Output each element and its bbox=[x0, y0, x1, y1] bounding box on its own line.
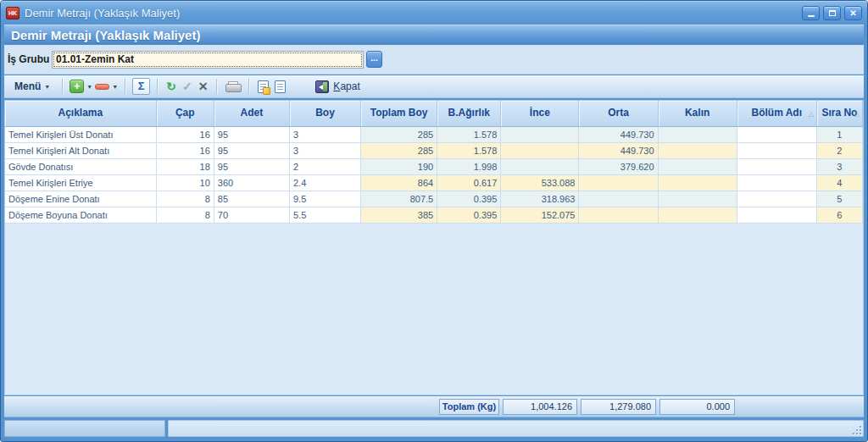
col-header-ince[interactable]: İnce bbox=[501, 101, 579, 126]
cell-boy[interactable]: 3 bbox=[289, 142, 360, 158]
close-form-button[interactable]: Kapat bbox=[310, 79, 364, 95]
cell-bolum-adi[interactable] bbox=[737, 207, 816, 223]
cell-b-agirlik[interactable]: 0.617 bbox=[437, 174, 501, 191]
cell-boy[interactable]: 9.5 bbox=[289, 191, 360, 207]
cell-cap[interactable]: 10 bbox=[156, 174, 214, 191]
cell-sira-no[interactable]: 5 bbox=[816, 191, 862, 207]
cell-bolum-adi[interactable] bbox=[737, 126, 816, 142]
col-header-bolum-adi[interactable]: Bölüm Adı△ bbox=[737, 101, 816, 126]
maximize-button[interactable] bbox=[823, 6, 841, 20]
cell-adet[interactable]: 70 bbox=[214, 207, 289, 223]
remove-dropdown-icon[interactable]: ▼ bbox=[112, 84, 118, 90]
cell-b-agirlik[interactable]: 1.578 bbox=[437, 142, 501, 158]
col-header-cap[interactable]: Çap bbox=[156, 101, 214, 126]
print-button[interactable] bbox=[225, 81, 240, 92]
cell-b-agirlik[interactable]: 1.578 bbox=[437, 126, 501, 142]
close-button[interactable]: ✕ bbox=[844, 6, 862, 20]
cell-desc[interactable]: Temel Kirişleri Etriye bbox=[5, 174, 156, 191]
cell-toplam-boy[interactable]: 285 bbox=[361, 126, 437, 142]
cell-ince[interactable] bbox=[501, 142, 579, 158]
cell-adet[interactable]: 95 bbox=[214, 158, 289, 174]
cell-toplam-boy[interactable]: 385 bbox=[361, 207, 437, 223]
col-header-label: Sıra No bbox=[821, 107, 857, 119]
cancel-button[interactable]: ✕ bbox=[197, 80, 210, 92]
col-header-b-agirlik[interactable]: B.Ağırlık bbox=[437, 101, 501, 126]
cell-adet[interactable]: 85 bbox=[214, 191, 289, 207]
col-header-toplam-boy[interactable]: Toplam Boy bbox=[361, 101, 437, 126]
add-row-button[interactable]: + bbox=[70, 80, 84, 93]
cell-desc[interactable]: Döşeme Enine Donatı bbox=[5, 191, 156, 207]
cell-toplam-boy[interactable]: 285 bbox=[361, 142, 437, 158]
cell-ince[interactable]: 152.075 bbox=[501, 207, 579, 223]
cell-bolum-adi[interactable] bbox=[737, 142, 816, 158]
cell-desc[interactable]: Gövde Donatısı bbox=[5, 158, 156, 174]
sum-button[interactable]: Σ bbox=[132, 78, 150, 95]
cell-cap[interactable]: 8 bbox=[156, 191, 214, 207]
close-form-label: Kapat bbox=[333, 80, 359, 92]
col-header-boy[interactable]: Boy bbox=[289, 101, 360, 126]
cell-sira-no[interactable]: 4 bbox=[816, 174, 862, 191]
col-header-adet[interactable]: Adet bbox=[214, 101, 289, 126]
cell-b-agirlik[interactable]: 0.395 bbox=[437, 191, 501, 207]
cell-kalin[interactable] bbox=[658, 174, 737, 191]
cell-sira-no[interactable]: 3 bbox=[816, 158, 862, 174]
cell-kalin[interactable] bbox=[658, 191, 737, 207]
minimize-button[interactable] bbox=[802, 6, 820, 20]
cell-orta[interactable] bbox=[579, 207, 658, 223]
cell-sira-no[interactable]: 2 bbox=[816, 142, 862, 158]
cell-bolum-adi[interactable] bbox=[737, 158, 816, 174]
cell-cap[interactable]: 8 bbox=[156, 207, 214, 223]
cell-adet[interactable]: 95 bbox=[214, 142, 289, 158]
cell-cap[interactable]: 16 bbox=[156, 142, 214, 158]
cell-cap[interactable]: 16 bbox=[156, 126, 214, 142]
cell-kalin[interactable] bbox=[658, 126, 737, 142]
cell-kalin[interactable] bbox=[658, 158, 737, 174]
cell-boy[interactable]: 3 bbox=[289, 126, 360, 142]
cell-ince[interactable] bbox=[501, 158, 579, 174]
menu-button[interactable]: Menü ▼ bbox=[9, 79, 55, 94]
refresh-button[interactable]: ↻ bbox=[164, 80, 178, 92]
cell-toplam-boy[interactable]: 864 bbox=[361, 174, 437, 191]
cell-sira-no[interactable]: 1 bbox=[816, 126, 862, 142]
cell-orta[interactable]: 449.730 bbox=[579, 142, 658, 158]
report-document-button[interactable] bbox=[275, 80, 286, 93]
cell-boy[interactable]: 2 bbox=[289, 158, 360, 174]
cell-bolum-adi[interactable] bbox=[737, 191, 816, 207]
export-copy-button[interactable] bbox=[258, 80, 269, 93]
remove-row-button[interactable] bbox=[95, 84, 109, 90]
cell-boy[interactable]: 5.5 bbox=[289, 207, 360, 223]
cell-kalin[interactable] bbox=[658, 207, 737, 223]
add-dropdown-icon[interactable]: ▼ bbox=[86, 84, 92, 90]
cell-orta[interactable] bbox=[579, 174, 658, 191]
col-header-kalin[interactable]: Kalın bbox=[658, 101, 737, 126]
resize-grip[interactable] bbox=[851, 424, 861, 434]
cell-adet[interactable]: 360 bbox=[214, 174, 289, 191]
cell-boy[interactable]: 2.4 bbox=[289, 174, 360, 191]
col-header-orta[interactable]: Orta bbox=[579, 101, 658, 126]
confirm-button[interactable]: ✓ bbox=[181, 80, 194, 92]
cell-kalin[interactable] bbox=[658, 142, 737, 158]
col-header-aciklama[interactable]: Açıklama bbox=[5, 101, 156, 126]
cell-b-agirlik[interactable]: 1.998 bbox=[437, 158, 501, 174]
cell-ince[interactable]: 318.963 bbox=[501, 191, 579, 207]
cell-b-agirlik[interactable]: 0.395 bbox=[437, 207, 501, 223]
cell-toplam-boy[interactable]: 190 bbox=[361, 158, 437, 174]
cell-toplam-boy[interactable]: 807.5 bbox=[361, 191, 437, 207]
cell-orta[interactable]: 449.730 bbox=[579, 126, 658, 142]
cell-desc[interactable]: Temel Kirişleri Üst Donatı bbox=[5, 126, 156, 142]
cell-desc[interactable]: Döşeme Boyuna Donatı bbox=[5, 207, 156, 223]
cell-adet[interactable]: 95 bbox=[214, 126, 289, 142]
col-header-sira-no[interactable]: Sıra No△ bbox=[816, 101, 862, 126]
cell-orta[interactable]: 379.620 bbox=[579, 158, 658, 174]
cell-sira-no[interactable]: 6 bbox=[816, 207, 862, 223]
cell-cap[interactable]: 18 bbox=[156, 158, 214, 174]
cell-orta[interactable] bbox=[579, 191, 658, 207]
cell-bolum-adi[interactable] bbox=[737, 174, 816, 191]
grid-empty-area[interactable] bbox=[5, 224, 863, 395]
cell-desc[interactable]: Temel Kirişleri Alt Donatı bbox=[5, 142, 156, 158]
title-bar[interactable]: HK Demir Metrajı (Yaklaşık Maliyet) ✕ bbox=[1, 1, 867, 25]
cell-ince[interactable]: 533.088 bbox=[501, 174, 579, 191]
work-group-input[interactable] bbox=[52, 51, 364, 69]
browse-button[interactable]: ... bbox=[366, 51, 382, 68]
cell-ince[interactable] bbox=[501, 126, 579, 142]
